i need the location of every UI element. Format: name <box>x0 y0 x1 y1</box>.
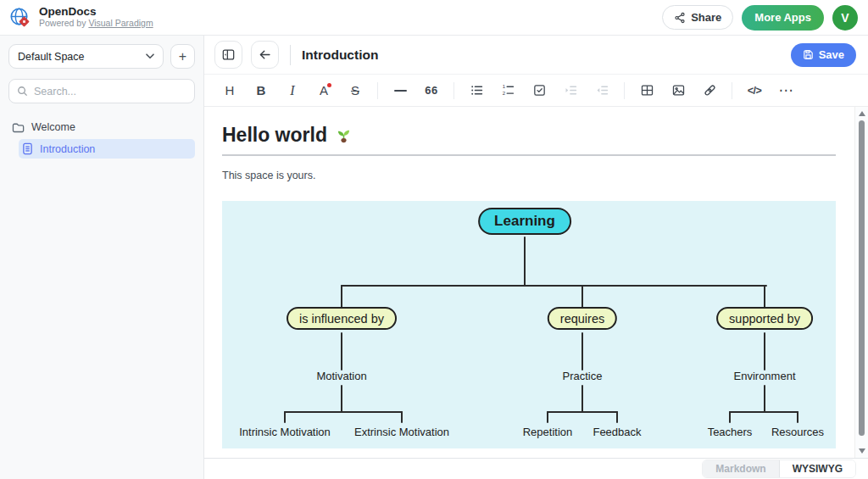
mindmap-leaf-label: Intrinsic Motivation <box>239 426 331 438</box>
connector-line <box>797 411 798 423</box>
connector-line <box>729 411 798 413</box>
connector-line <box>341 285 342 309</box>
powered-by: Powered by Visual Paradigm <box>39 19 153 29</box>
search-icon <box>17 86 28 97</box>
horizontal-rule-button[interactable] <box>388 79 412 103</box>
visual-paradigm-link[interactable]: Visual Paradigm <box>88 18 153 28</box>
mindmap-branch-node[interactable]: requires <box>548 307 617 330</box>
toggle-sidebar-button[interactable] <box>214 41 242 69</box>
connector-line <box>764 385 765 413</box>
image-button[interactable] <box>666 79 690 103</box>
document-content[interactable]: Hello world This space is yours. <box>204 107 868 458</box>
mindmap-child-label: Environment <box>734 370 796 382</box>
task-list-icon <box>532 83 547 97</box>
seedling-emoji-icon <box>335 126 353 144</box>
ordered-list-icon: 1 2 <box>501 83 515 97</box>
user-avatar[interactable]: V <box>832 5 858 31</box>
chevron-down-icon <box>146 53 154 59</box>
mindmap-branch-node[interactable]: is influenced by <box>287 307 397 330</box>
tab-markdown[interactable]: Markdown <box>703 460 778 477</box>
divider <box>377 82 378 99</box>
app-header: OpenDocs Powered by Visual Paradigm Shar… <box>0 0 868 36</box>
connector-line <box>284 411 286 423</box>
mindmap-child-label: Motivation <box>316 370 366 382</box>
editor-panel: Introduction Save H B I A S 66 <box>204 36 868 479</box>
tab-wysiwyg[interactable]: WYSIWYG <box>779 460 855 477</box>
color-dot-icon <box>327 83 331 87</box>
image-icon <box>671 83 686 97</box>
document-icon <box>22 142 33 155</box>
table-button[interactable] <box>635 79 659 103</box>
connector-line <box>764 285 765 309</box>
formatting-toolbar: H B I A S 66 1 2 <box>204 75 868 107</box>
outdent-button[interactable] <box>590 79 614 103</box>
save-button[interactable]: Save <box>791 43 856 67</box>
bullet-list-icon <box>470 83 484 97</box>
link-button[interactable] <box>698 79 721 103</box>
divider <box>732 82 732 99</box>
italic-button[interactable]: I <box>281 79 304 103</box>
strikethrough-button[interactable]: S <box>343 79 367 103</box>
blockquote-button[interactable]: 66 <box>420 79 443 103</box>
text-color-button[interactable]: A <box>312 79 336 103</box>
tree-item-welcome[interactable]: Welcome <box>8 117 195 137</box>
connector-line <box>284 411 403 413</box>
editor-mode-bar: Markdown WYSIWYG <box>204 458 868 479</box>
search-input[interactable] <box>34 86 186 97</box>
connector-line <box>764 332 765 370</box>
connector-line <box>547 411 548 423</box>
tree-item-introduction[interactable]: Introduction <box>19 139 195 159</box>
back-button[interactable] <box>251 41 279 69</box>
save-label: Save <box>819 48 844 61</box>
indent-button[interactable] <box>559 79 582 103</box>
save-icon <box>803 49 814 60</box>
connector-line <box>581 285 583 309</box>
page-title: Introduction <box>302 47 378 63</box>
more-apps-button[interactable]: More Apps <box>742 5 824 31</box>
connector-line <box>341 332 342 370</box>
brand: OpenDocs Powered by Visual Paradigm <box>8 6 153 30</box>
svg-text:1: 1 <box>502 84 505 89</box>
editor-header: Introduction Save <box>204 36 868 75</box>
share-icon <box>674 12 686 24</box>
connector-line <box>341 285 767 287</box>
mindmap-root-node[interactable]: Learning <box>478 208 571 235</box>
svg-text:2: 2 <box>502 91 505 96</box>
mindmap-leaf-label: Feedback <box>593 426 641 438</box>
search-box[interactable] <box>8 79 195 103</box>
connector-line <box>547 411 618 413</box>
mindmap-leaf-label: Repetition <box>523 426 573 438</box>
outdent-icon <box>595 83 609 97</box>
folder-icon <box>12 122 25 133</box>
opendocs-logo-icon <box>8 6 32 30</box>
scroll-up-arrow[interactable] <box>859 111 865 116</box>
link-icon <box>703 83 717 97</box>
mindmap-diagram[interactable]: Learning is influenced by requires suppo… <box>222 201 836 448</box>
tree-item-label: Introduction <box>40 143 95 155</box>
connector-line <box>581 332 583 370</box>
mindmap-branch-node[interactable]: supported by <box>716 307 813 330</box>
divider <box>453 82 454 99</box>
code-button[interactable]: </> <box>743 79 766 103</box>
add-space-button[interactable]: + <box>170 44 195 69</box>
space-selector-value: Default Space <box>18 51 85 63</box>
scroll-down-arrow[interactable] <box>859 448 865 454</box>
horizontal-rule-icon <box>394 90 407 92</box>
table-icon <box>640 83 654 97</box>
indent-icon <box>564 83 578 97</box>
divider <box>290 45 291 65</box>
task-list-button[interactable] <box>527 79 551 103</box>
bold-button[interactable]: B <box>249 79 273 103</box>
share-button[interactable]: Share <box>662 5 733 30</box>
heading-rule <box>222 154 836 156</box>
vertical-scrollbar[interactable] <box>854 107 868 458</box>
heading-button[interactable]: H <box>218 79 242 103</box>
space-selector[interactable]: Default Space <box>8 44 164 69</box>
bullet-list-button[interactable] <box>465 79 488 103</box>
scrollbar-thumb[interactable] <box>859 120 865 436</box>
ordered-list-button[interactable]: 1 2 <box>496 79 520 103</box>
mindmap-child-label: Practice <box>563 370 603 382</box>
more-options-button[interactable]: ⋯ <box>774 79 798 103</box>
mindmap-leaf-label: Extrinsic Motivation <box>354 426 449 438</box>
divider <box>624 82 625 99</box>
